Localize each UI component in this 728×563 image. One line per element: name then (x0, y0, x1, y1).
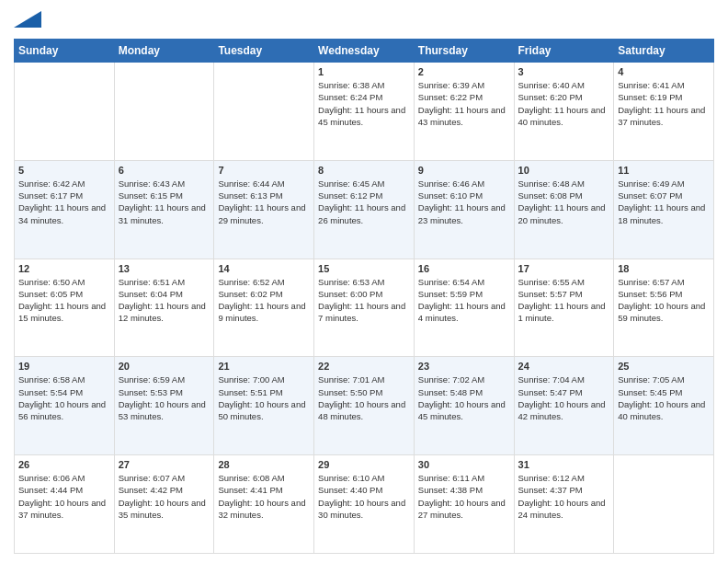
day-number: 26 (18, 459, 110, 470)
day-info: Sunrise: 6:43 AM Sunset: 6:15 PM Dayligh… (119, 178, 210, 226)
day-number: 1 (318, 66, 410, 77)
day-number: 29 (318, 459, 410, 470)
day-info: Sunrise: 6:55 AM Sunset: 5:57 PM Dayligh… (518, 276, 610, 325)
day-info: Sunrise: 7:01 AM Sunset: 5:50 PM Dayligh… (318, 373, 410, 422)
calendar-cell (214, 63, 314, 161)
calendar-cell: 31Sunrise: 6:12 AM Sunset: 4:37 PM Dayli… (514, 455, 614, 554)
calendar-cell (614, 455, 714, 554)
calendar-cell (15, 63, 115, 161)
day-info: Sunrise: 6:45 AM Sunset: 6:12 PM Dayligh… (318, 178, 410, 226)
day-info: Sunrise: 6:48 AM Sunset: 6:08 PM Dayligh… (518, 178, 610, 226)
calendar-cell: 13Sunrise: 6:51 AM Sunset: 6:04 PM Dayli… (114, 259, 214, 357)
day-info: Sunrise: 6:39 AM Sunset: 6:22 PM Dayligh… (418, 79, 510, 128)
calendar-body: 1Sunrise: 6:38 AM Sunset: 6:24 PM Daylig… (15, 63, 714, 554)
day-number: 3 (518, 66, 610, 77)
day-info: Sunrise: 6:08 AM Sunset: 4:41 PM Dayligh… (218, 472, 310, 521)
calendar-cell: 22Sunrise: 7:01 AM Sunset: 5:50 PM Dayli… (314, 357, 415, 455)
calendar-cell: 9Sunrise: 6:46 AM Sunset: 6:10 PM Daylig… (414, 160, 514, 259)
day-info: Sunrise: 6:46 AM Sunset: 6:10 PM Dayligh… (418, 178, 510, 226)
calendar-cell: 16Sunrise: 6:54 AM Sunset: 5:59 PM Dayli… (414, 259, 514, 357)
day-number: 6 (119, 165, 210, 176)
day-info: Sunrise: 6:11 AM Sunset: 4:38 PM Dayligh… (418, 472, 510, 521)
week-row-3: 12Sunrise: 6:50 AM Sunset: 6:05 PM Dayli… (15, 259, 714, 357)
calendar-cell: 12Sunrise: 6:50 AM Sunset: 6:05 PM Dayli… (15, 259, 115, 357)
calendar-cell: 17Sunrise: 6:55 AM Sunset: 5:57 PM Dayli… (514, 259, 614, 357)
day-number: 15 (318, 263, 410, 274)
calendar-cell: 11Sunrise: 6:49 AM Sunset: 6:07 PM Dayli… (614, 160, 714, 259)
day-info: Sunrise: 6:54 AM Sunset: 5:59 PM Dayligh… (418, 276, 510, 325)
day-number: 7 (218, 165, 310, 176)
calendar-table: SundayMondayTuesdayWednesdayThursdayFrid… (14, 39, 714, 554)
day-number: 10 (518, 165, 610, 176)
day-number: 2 (418, 66, 510, 77)
day-info: Sunrise: 6:44 AM Sunset: 6:13 PM Dayligh… (218, 178, 310, 226)
weekday-monday: Monday (114, 40, 214, 63)
week-row-2: 5Sunrise: 6:42 AM Sunset: 6:17 PM Daylig… (15, 160, 714, 259)
day-info: Sunrise: 6:49 AM Sunset: 6:07 PM Dayligh… (618, 178, 710, 226)
day-info: Sunrise: 6:10 AM Sunset: 4:40 PM Dayligh… (318, 472, 410, 521)
day-number: 22 (318, 361, 410, 372)
day-number: 23 (418, 361, 510, 372)
calendar-cell (114, 63, 214, 161)
calendar-cell: 27Sunrise: 6:07 AM Sunset: 4:42 PM Dayli… (114, 455, 214, 554)
day-info: Sunrise: 6:07 AM Sunset: 4:42 PM Dayligh… (119, 472, 210, 521)
day-info: Sunrise: 6:53 AM Sunset: 6:00 PM Dayligh… (318, 276, 410, 325)
day-number: 21 (218, 361, 310, 372)
day-number: 19 (18, 361, 110, 372)
day-number: 8 (318, 165, 410, 176)
day-number: 17 (518, 263, 610, 274)
day-info: Sunrise: 6:38 AM Sunset: 6:24 PM Dayligh… (318, 79, 410, 128)
day-number: 24 (518, 361, 610, 372)
calendar-cell: 14Sunrise: 6:52 AM Sunset: 6:02 PM Dayli… (214, 259, 314, 357)
day-info: Sunrise: 7:00 AM Sunset: 5:51 PM Dayligh… (218, 373, 310, 422)
day-number: 25 (618, 361, 710, 372)
weekday-friday: Friday (514, 40, 614, 63)
day-number: 9 (418, 165, 510, 176)
day-number: 27 (119, 459, 210, 470)
weekday-saturday: Saturday (614, 40, 714, 63)
day-info: Sunrise: 6:12 AM Sunset: 4:37 PM Dayligh… (518, 472, 610, 521)
calendar-cell: 25Sunrise: 7:05 AM Sunset: 5:45 PM Dayli… (614, 357, 714, 455)
day-number: 28 (218, 459, 310, 470)
day-number: 5 (18, 165, 110, 176)
day-number: 13 (119, 263, 210, 274)
calendar-cell: 4Sunrise: 6:41 AM Sunset: 6:19 PM Daylig… (614, 63, 714, 161)
day-info: Sunrise: 6:52 AM Sunset: 6:02 PM Dayligh… (218, 276, 310, 325)
week-row-5: 26Sunrise: 6:06 AM Sunset: 4:44 PM Dayli… (15, 455, 714, 554)
weekday-wednesday: Wednesday (314, 40, 415, 63)
day-info: Sunrise: 6:57 AM Sunset: 5:56 PM Dayligh… (618, 276, 710, 325)
day-number: 12 (18, 263, 110, 274)
week-row-4: 19Sunrise: 6:58 AM Sunset: 5:54 PM Dayli… (15, 357, 714, 455)
calendar-cell: 1Sunrise: 6:38 AM Sunset: 6:24 PM Daylig… (314, 63, 415, 161)
day-info: Sunrise: 6:59 AM Sunset: 5:53 PM Dayligh… (119, 373, 210, 422)
week-row-1: 1Sunrise: 6:38 AM Sunset: 6:24 PM Daylig… (15, 63, 714, 161)
weekday-thursday: Thursday (414, 40, 514, 63)
calendar-cell: 23Sunrise: 7:02 AM Sunset: 5:48 PM Dayli… (414, 357, 514, 455)
calendar-cell: 3Sunrise: 6:40 AM Sunset: 6:20 PM Daylig… (514, 63, 614, 161)
calendar-cell: 26Sunrise: 6:06 AM Sunset: 4:44 PM Dayli… (15, 455, 115, 554)
day-number: 14 (218, 263, 310, 274)
calendar-cell: 5Sunrise: 6:42 AM Sunset: 6:17 PM Daylig… (15, 160, 115, 259)
day-number: 16 (418, 263, 510, 274)
calendar-cell: 19Sunrise: 6:58 AM Sunset: 5:54 PM Dayli… (15, 357, 115, 455)
calendar-cell: 10Sunrise: 6:48 AM Sunset: 6:08 PM Dayli… (514, 160, 614, 259)
calendar-cell: 18Sunrise: 6:57 AM Sunset: 5:56 PM Dayli… (614, 259, 714, 357)
day-info: Sunrise: 6:42 AM Sunset: 6:17 PM Dayligh… (18, 178, 110, 226)
day-number: 4 (618, 66, 710, 77)
day-info: Sunrise: 6:58 AM Sunset: 5:54 PM Dayligh… (18, 373, 110, 422)
calendar-cell: 8Sunrise: 6:45 AM Sunset: 6:12 PM Daylig… (314, 160, 415, 259)
day-number: 20 (119, 361, 210, 372)
calendar-cell: 7Sunrise: 6:44 AM Sunset: 6:13 PM Daylig… (214, 160, 314, 259)
calendar-cell: 15Sunrise: 6:53 AM Sunset: 6:00 PM Dayli… (314, 259, 415, 357)
weekday-sunday: Sunday (15, 40, 115, 63)
svg-marker-0 (14, 11, 41, 28)
page: SundayMondayTuesdayWednesdayThursdayFrid… (0, 0, 728, 563)
day-info: Sunrise: 6:50 AM Sunset: 6:05 PM Dayligh… (18, 276, 110, 325)
header (14, 9, 714, 31)
calendar-cell: 20Sunrise: 6:59 AM Sunset: 5:53 PM Dayli… (114, 357, 214, 455)
day-number: 11 (618, 165, 710, 176)
calendar-cell: 21Sunrise: 7:00 AM Sunset: 5:51 PM Dayli… (214, 357, 314, 455)
calendar-cell: 6Sunrise: 6:43 AM Sunset: 6:15 PM Daylig… (114, 160, 214, 259)
day-info: Sunrise: 7:02 AM Sunset: 5:48 PM Dayligh… (418, 373, 510, 422)
logo-icon (14, 11, 41, 28)
